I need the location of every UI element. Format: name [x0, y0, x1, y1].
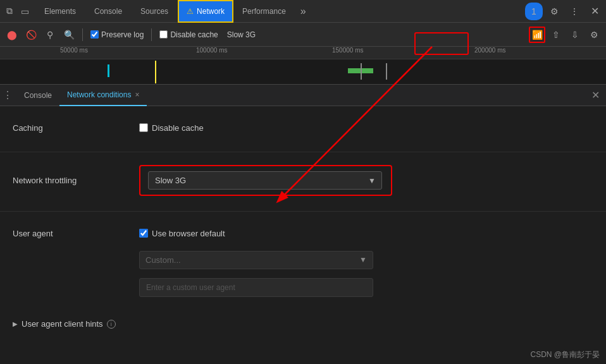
timeline-label-200k: 200000 ms: [474, 47, 505, 54]
user-agent-control: Use browser default: [139, 229, 593, 238]
network-settings-icon[interactable]: ⚙: [586, 27, 602, 43]
custom-select-wrapper: Custom... ▼: [139, 251, 373, 269]
user-agent-section: User agent Use browser default Custom...…: [0, 212, 606, 312]
filter-icon[interactable]: ⚲: [42, 27, 58, 43]
import-button[interactable]: ⇧: [548, 27, 564, 43]
tab-elements[interactable]: Elements: [35, 0, 85, 23]
hints-arrow-icon[interactable]: ▶: [13, 320, 18, 327]
use-default-checkbox-label[interactable]: Use browser default: [139, 229, 225, 238]
export-button[interactable]: ⇩: [567, 27, 583, 43]
device-icon[interactable]: ▭: [18, 4, 32, 18]
tab-network[interactable]: ⚠ Network: [178, 0, 233, 23]
caching-row: Caching Disable cache: [13, 116, 593, 139]
preserve-log-label[interactable]: Preserve log: [88, 30, 146, 39]
panel-dots[interactable]: ⋮: [3, 89, 13, 101]
caching-control: Disable cache: [139, 123, 593, 133]
toolbar-right: 📶 ⇧ ⇩ ⚙: [529, 27, 602, 43]
throttle-label[interactable]: Slow 3G: [223, 30, 259, 39]
panel-tab-console[interactable]: Console: [16, 85, 59, 106]
hints-label: User agent client hints: [22, 319, 103, 329]
tab-bar: ⧉ ▭ Elements Console Sources ⚠ Network P…: [0, 0, 606, 23]
timeline-bar-yellow: [155, 61, 156, 83]
network-throttling-row: Network throttling No throttling Slow 3G…: [13, 162, 593, 198]
tab-console[interactable]: Console: [85, 0, 132, 23]
throttle-box: No throttling Slow 3G Fast 3G Offline Ad…: [139, 165, 392, 196]
warn-icon: ⚠: [187, 7, 194, 16]
info-icon[interactable]: i: [107, 320, 116, 329]
hints-row: ▶ User agent client hints i: [0, 312, 606, 336]
tab-sources[interactable]: Sources: [132, 0, 178, 23]
timeline-bar-cyan: [108, 64, 109, 77]
custom-agent-select[interactable]: [139, 251, 373, 269]
timeline: 50000 ms 100000 ms 150000 ms 200000 ms: [0, 47, 606, 85]
caching-section: Caching Disable cache: [0, 106, 606, 152]
timeline-label-50k: 50000 ms: [60, 47, 88, 54]
custom-agent-input[interactable]: [139, 278, 373, 297]
search-icon[interactable]: 🔍: [61, 27, 77, 43]
throttle-select[interactable]: No throttling Slow 3G Fast 3G Offline Ad…: [148, 171, 382, 190]
watermark: CSDN @鲁南彭于晏: [530, 349, 600, 360]
network-conditions-button[interactable]: 📶: [529, 27, 545, 43]
disable-cache-checkbox[interactable]: [159, 30, 168, 39]
network-throttling-label: Network throttling: [13, 176, 139, 185]
custom-input-row: [139, 276, 593, 299]
cursor-icon[interactable]: ⧉: [3, 4, 16, 18]
user-agent-row: User agent Use browser default: [13, 222, 593, 245]
close-network-conditions-tab[interactable]: ×: [135, 90, 139, 99]
timeline-line-gray: [361, 63, 362, 80]
disable-cache-label[interactable]: Disable cache: [157, 30, 220, 39]
network-throttling-section: Network throttling No throttling Slow 3G…: [0, 152, 606, 212]
tab-performance[interactable]: Performance: [233, 0, 295, 23]
clear-button[interactable]: 🚫: [23, 27, 39, 43]
disable-cache-checkbox-label[interactable]: Disable cache: [139, 123, 204, 133]
content-area: Caching Disable cache Network throttling: [0, 106, 606, 364]
caching-label: Caching: [13, 123, 139, 133]
throttle-select-wrapper: No throttling Slow 3G Fast 3G Offline Ad…: [148, 171, 382, 190]
notification-badge: 1: [525, 3, 543, 20]
more-options-icon[interactable]: ⋮: [566, 3, 583, 20]
close-devtools-icon[interactable]: ✕: [586, 3, 603, 20]
timeline-line-gray2: [386, 63, 387, 80]
close-panel-button[interactable]: ✕: [588, 89, 603, 101]
custom-agent-row: Custom... ▼: [139, 248, 593, 271]
user-agent-label: User agent: [13, 229, 139, 238]
use-default-checkbox[interactable]: [139, 229, 148, 238]
throttle-control: No throttling Slow 3G Fast 3G Offline Ad…: [139, 162, 593, 198]
tab-more[interactable]: »: [295, 0, 311, 23]
network-toolbar: ⬤ 🚫 ⚲ 🔍 Preserve log Disable cache Slow …: [0, 23, 606, 47]
panel-tabs: ⋮ Console Network conditions × ✕: [0, 85, 606, 106]
panel-tab-network-conditions[interactable]: Network conditions ×: [59, 85, 147, 106]
timeline-label-100k: 100000 ms: [196, 47, 227, 54]
timeline-label-150k: 150000 ms: [332, 47, 363, 54]
settings-icon[interactable]: ⚙: [545, 3, 563, 20]
toolbar-divider-1: [82, 28, 83, 41]
preserve-log-checkbox[interactable]: [90, 30, 99, 39]
devtools-icons: ⧉ ▭: [3, 4, 32, 18]
caching-disable-checkbox[interactable]: [139, 123, 148, 132]
timeline-area[interactable]: [0, 59, 606, 85]
toolbar-divider-2: [151, 28, 152, 41]
record-button[interactable]: ⬤: [4, 27, 20, 43]
tab-bar-right: 1 ⚙ ⋮ ✕: [525, 3, 603, 20]
